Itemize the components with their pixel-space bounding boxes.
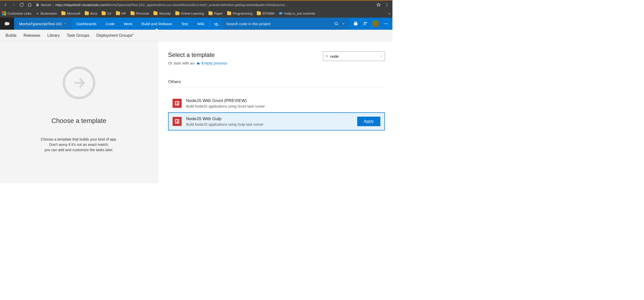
apply-button[interactable]: Apply bbox=[357, 117, 380, 126]
template-nodejs-gulp[interactable]: NodeJS With Gulp Build NodeJS applicatio… bbox=[168, 112, 385, 130]
arrow-right-icon bbox=[72, 76, 86, 90]
svg-point-13 bbox=[326, 55, 328, 57]
nav-wiki[interactable]: Wiki bbox=[193, 18, 209, 30]
right-icons bbox=[349, 18, 392, 30]
bookmark-csharp[interactable]: C# bbox=[102, 12, 111, 15]
search-icon bbox=[325, 54, 328, 58]
bookmark-bookmarks[interactable]: ★Bookmarks bbox=[36, 12, 57, 15]
vsts-logo[interactable] bbox=[0, 18, 14, 30]
star-icon: ★ bbox=[36, 12, 39, 15]
left-title: Choose a template bbox=[51, 117, 106, 125]
more-icon[interactable] bbox=[384, 21, 388, 26]
lock-icon bbox=[36, 3, 39, 7]
template-search-input[interactable] bbox=[330, 54, 378, 58]
bookmark-security[interactable]: Security bbox=[153, 12, 171, 15]
windows-icon bbox=[2, 11, 6, 15]
chevron-down-icon bbox=[64, 22, 67, 25]
nav-dashboards[interactable]: Dashboards bbox=[72, 18, 101, 30]
folder-icon bbox=[61, 12, 65, 15]
svg-point-0 bbox=[387, 3, 387, 4]
star-icon[interactable] bbox=[376, 3, 381, 7]
browser-toolbar: Secure | https://nilaydshah.visualstudio… bbox=[0, 0, 392, 9]
secure-indicator: Secure | bbox=[36, 3, 54, 7]
bookmark-epgbm[interactable]: EPGBM bbox=[257, 12, 274, 15]
nav-work[interactable]: Work bbox=[119, 18, 137, 30]
svg-point-9 bbox=[387, 23, 388, 24]
forward-button[interactable] bbox=[10, 1, 17, 8]
svg-point-3 bbox=[216, 23, 217, 24]
template-title: NodeJS With Gulp bbox=[186, 116, 263, 121]
search-icon bbox=[334, 21, 339, 26]
svg-point-7 bbox=[384, 23, 385, 24]
template-list: NodeJS With Grunt (PREVIEW) Build NodeJS… bbox=[168, 94, 385, 130]
template-desc: Build NodeJS applications using Gulp tas… bbox=[186, 122, 263, 126]
subnav-deployment-groups[interactable]: Deployment Groups* bbox=[96, 33, 134, 38]
bookmark-hsdp[interactable]: hsdp.rs_aux commits bbox=[279, 11, 315, 15]
bookmark-paper[interactable]: Paper bbox=[209, 12, 223, 15]
left-description: Choose a template that builds your kind … bbox=[41, 137, 117, 153]
left-pane: Choose a template Choose a template that… bbox=[0, 41, 158, 183]
bookmark-programming[interactable]: Programming bbox=[227, 12, 252, 15]
avatar[interactable] bbox=[372, 20, 379, 27]
more-icon[interactable] bbox=[383, 1, 390, 8]
svg-point-1 bbox=[387, 5, 387, 5]
subnav-releases[interactable]: Releases bbox=[24, 33, 41, 38]
folder-icon bbox=[175, 12, 179, 15]
template-title: NodeJS With Grunt (PREVIEW) bbox=[186, 98, 265, 103]
bookmark-microsoft[interactable]: Microsoft bbox=[61, 12, 80, 15]
shopping-icon[interactable] bbox=[353, 21, 358, 26]
folder-icon bbox=[131, 12, 135, 15]
template-nodejs-grunt[interactable]: NodeJS With Grunt (PREVIEW) Build NodeJS… bbox=[168, 94, 385, 112]
bookmarks-bar: Customize Links ★Bookmarks Microsoft ibi… bbox=[0, 9, 392, 18]
svg-point-4 bbox=[335, 22, 338, 25]
people-icon[interactable] bbox=[363, 21, 368, 26]
npm-icon bbox=[173, 117, 182, 126]
home-button[interactable] bbox=[26, 1, 33, 8]
folder-icon bbox=[116, 12, 120, 15]
build-subnav: Builds Releases Library Task Groups Depl… bbox=[0, 30, 392, 41]
empty-process-link[interactable]: Empty process bbox=[196, 61, 227, 65]
arrow-illustration bbox=[63, 66, 95, 99]
url-text: https://nilaydshah.visualstudio.com/Moch… bbox=[56, 3, 374, 7]
vsts-icon bbox=[279, 11, 283, 15]
reload-button[interactable] bbox=[18, 1, 25, 8]
npm-icon bbox=[173, 99, 182, 108]
bookmark-ibiza[interactable]: ibiza bbox=[85, 12, 97, 15]
bookmark-online-learning[interactable]: Online Learning bbox=[175, 12, 204, 15]
clear-icon[interactable] bbox=[380, 54, 383, 58]
bookmark-customize-links[interactable]: Customize Links bbox=[2, 11, 31, 15]
nav-test[interactable]: Test bbox=[177, 18, 193, 30]
bookmark-hp[interactable]: HP bbox=[116, 12, 126, 15]
folder-icon bbox=[102, 12, 106, 15]
nav-code[interactable]: Code bbox=[101, 18, 119, 30]
section-others: Others bbox=[168, 79, 385, 87]
folder-icon bbox=[227, 12, 231, 15]
svg-rect-12 bbox=[198, 62, 199, 62]
subnav-builds[interactable]: Builds bbox=[6, 33, 17, 38]
folder-icon bbox=[85, 12, 89, 15]
bookmark-personal[interactable]: Personal bbox=[131, 12, 149, 15]
search-input[interactable] bbox=[226, 22, 331, 26]
folder-icon bbox=[153, 12, 157, 15]
project-selector[interactable]: MochaTypescriptTest-101 bbox=[14, 18, 72, 30]
subnav-library[interactable]: Library bbox=[47, 33, 60, 38]
bookmark-overflow[interactable]: » bbox=[389, 12, 390, 15]
nav-build-release[interactable]: Build and Release bbox=[137, 18, 177, 30]
settings-gear[interactable] bbox=[211, 18, 222, 30]
global-search[interactable] bbox=[222, 18, 349, 30]
template-search[interactable] bbox=[323, 51, 385, 61]
address-bar[interactable]: Secure | https://nilaydshah.visualstudio… bbox=[34, 1, 382, 8]
folder-icon bbox=[257, 12, 261, 15]
content-area: Choose a template Choose a template that… bbox=[0, 41, 392, 183]
gear-icon bbox=[214, 21, 219, 26]
back-button[interactable] bbox=[2, 1, 9, 8]
select-template-title: Select a template bbox=[168, 51, 227, 58]
chevron-down-icon[interactable] bbox=[342, 22, 345, 25]
svg-point-5 bbox=[364, 22, 365, 23]
svg-rect-10 bbox=[197, 63, 200, 64]
vsts-top-nav: MochaTypescriptTest-101 Dashboards Code … bbox=[0, 18, 392, 30]
svg-point-8 bbox=[386, 23, 387, 24]
subnav-task-groups[interactable]: Task Groups bbox=[67, 33, 89, 38]
svg-rect-11 bbox=[197, 62, 198, 62]
right-pane: Select a template Or start with an Empty… bbox=[158, 41, 392, 183]
